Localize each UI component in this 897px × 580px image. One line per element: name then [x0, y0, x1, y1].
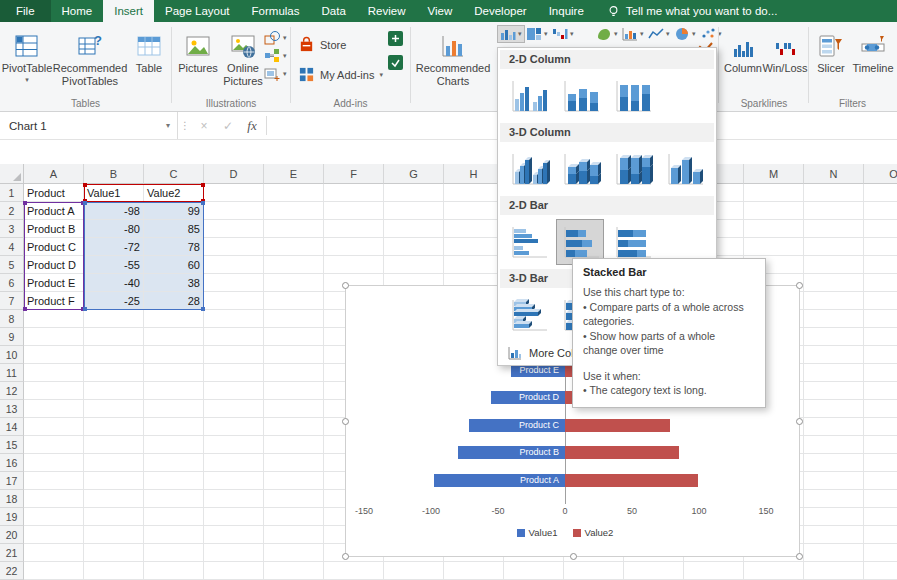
column-header-B[interactable]: B — [84, 164, 144, 184]
cell-B19[interactable] — [84, 508, 144, 526]
cell-N18[interactable] — [804, 490, 864, 508]
cell-E2[interactable] — [264, 202, 324, 220]
smartart-button[interactable]: ▾ — [264, 48, 287, 64]
chart-resize-handle[interactable] — [570, 553, 577, 560]
column-header-H[interactable]: H — [444, 164, 504, 184]
pivotchart-button[interactable]: ▾ — [620, 26, 646, 42]
cell-B10[interactable] — [84, 346, 144, 364]
bar-value2-product-b[interactable] — [565, 446, 679, 459]
cell-O11[interactable] — [864, 364, 897, 382]
cell-E8[interactable] — [264, 310, 324, 328]
cell-D11[interactable] — [204, 364, 264, 382]
cell-L22[interactable] — [684, 562, 744, 580]
cell-N15[interactable] — [804, 436, 864, 454]
column-sparkline-button[interactable]: Column — [724, 24, 762, 75]
cell-D10[interactable] — [204, 346, 264, 364]
cell-A15[interactable] — [24, 436, 84, 454]
chart-resize-handle[interactable] — [342, 553, 349, 560]
row-header-20[interactable]: 20 — [0, 526, 24, 544]
cell-C9[interactable] — [144, 328, 204, 346]
cell-C17[interactable] — [144, 472, 204, 490]
row-header-16[interactable]: 16 — [0, 454, 24, 472]
cell-B1[interactable]: Value1 — [84, 184, 144, 202]
cell-N14[interactable] — [804, 418, 864, 436]
cell-C16[interactable] — [144, 454, 204, 472]
tab-inquire[interactable]: Inquire — [538, 0, 595, 22]
cell-D3[interactable] — [204, 220, 264, 238]
cell-A11[interactable] — [24, 364, 84, 382]
shapes-button[interactable]: ▾ — [264, 30, 287, 46]
cell-M1[interactable] — [744, 184, 804, 202]
cell-E7[interactable] — [264, 292, 324, 310]
cell-N3[interactable] — [804, 220, 864, 238]
cell-C11[interactable] — [144, 364, 204, 382]
cell-D20[interactable] — [204, 526, 264, 544]
cell-B17[interactable] — [84, 472, 144, 490]
screenshot-button[interactable]: ▾ — [264, 66, 287, 82]
cell-A19[interactable] — [24, 508, 84, 526]
row-header-7[interactable]: 7 — [0, 292, 24, 310]
chart-resize-handle[interactable] — [342, 418, 349, 425]
cell-B20[interactable] — [84, 526, 144, 544]
insert-waterfall-chart-button[interactable]: ▾ — [550, 26, 576, 42]
addin-badge-icon[interactable] — [388, 31, 403, 46]
cell-O5[interactable] — [864, 256, 897, 274]
cell-B22[interactable] — [84, 562, 144, 580]
cell-N22[interactable] — [804, 562, 864, 580]
cell-G5[interactable] — [384, 256, 444, 274]
cell-E9[interactable] — [264, 328, 324, 346]
tell-me-box[interactable]: Tell me what you want to do... — [607, 0, 778, 22]
cell-N16[interactable] — [804, 454, 864, 472]
store-button[interactable]: Store — [298, 36, 346, 53]
tab-home[interactable]: Home — [51, 0, 104, 22]
select-all-corner[interactable] — [0, 164, 24, 184]
cell-H4[interactable] — [444, 238, 504, 256]
cell-A18[interactable] — [24, 490, 84, 508]
cancel-icon[interactable]: × — [192, 112, 216, 139]
formula-bar-splitter[interactable]: ⋮ — [178, 112, 192, 139]
cell-O14[interactable] — [864, 418, 897, 436]
cell-E15[interactable] — [264, 436, 324, 454]
cell-E20[interactable] — [264, 526, 324, 544]
cell-A20[interactable] — [24, 526, 84, 544]
cell-B9[interactable] — [84, 328, 144, 346]
cell-D6[interactable] — [204, 274, 264, 292]
recommended-charts-button[interactable]: Recommended Charts — [414, 24, 492, 87]
cell-D16[interactable] — [204, 454, 264, 472]
chart-type-3d-stacked-column[interactable] — [556, 146, 604, 192]
column-header-D[interactable]: D — [204, 164, 264, 184]
chart-type-3d-clustered-column[interactable] — [504, 146, 552, 192]
cell-G3[interactable] — [384, 220, 444, 238]
row-header-22[interactable]: 22 — [0, 562, 24, 580]
column-header-C[interactable]: C — [144, 164, 204, 184]
table-button[interactable]: Table — [128, 24, 170, 75]
cell-E10[interactable] — [264, 346, 324, 364]
chart-resize-handle[interactable] — [796, 282, 803, 289]
cell-N7[interactable] — [804, 292, 864, 310]
cell-O4[interactable] — [864, 238, 897, 256]
winloss-sparkline-button[interactable]: Win/Loss — [762, 24, 808, 75]
pictures-button[interactable]: Pictures — [176, 24, 220, 75]
cell-A22[interactable] — [24, 562, 84, 580]
cell-B21[interactable] — [84, 544, 144, 562]
cell-H3[interactable] — [444, 220, 504, 238]
cell-N20[interactable] — [804, 526, 864, 544]
tab-file[interactable]: File — [0, 0, 51, 22]
cell-A12[interactable] — [24, 382, 84, 400]
cell-E11[interactable] — [264, 364, 324, 382]
row-header-6[interactable]: 6 — [0, 274, 24, 292]
cell-E13[interactable] — [264, 400, 324, 418]
cell-N9[interactable] — [804, 328, 864, 346]
cell-F1[interactable] — [324, 184, 384, 202]
cell-K22[interactable] — [624, 562, 684, 580]
cell-A2[interactable]: Product A — [24, 202, 84, 220]
column-header-G[interactable]: G — [384, 164, 444, 184]
cell-N19[interactable] — [804, 508, 864, 526]
insert-line-chart-button[interactable]: ▾ — [646, 26, 672, 42]
cell-D4[interactable] — [204, 238, 264, 256]
row-header-21[interactable]: 21 — [0, 544, 24, 562]
tab-review[interactable]: Review — [357, 0, 417, 22]
name-box[interactable]: Chart 1 — [0, 112, 159, 139]
my-addins-button[interactable]: My Add-ins ▾ — [298, 66, 383, 83]
row-header-12[interactable]: 12 — [0, 382, 24, 400]
